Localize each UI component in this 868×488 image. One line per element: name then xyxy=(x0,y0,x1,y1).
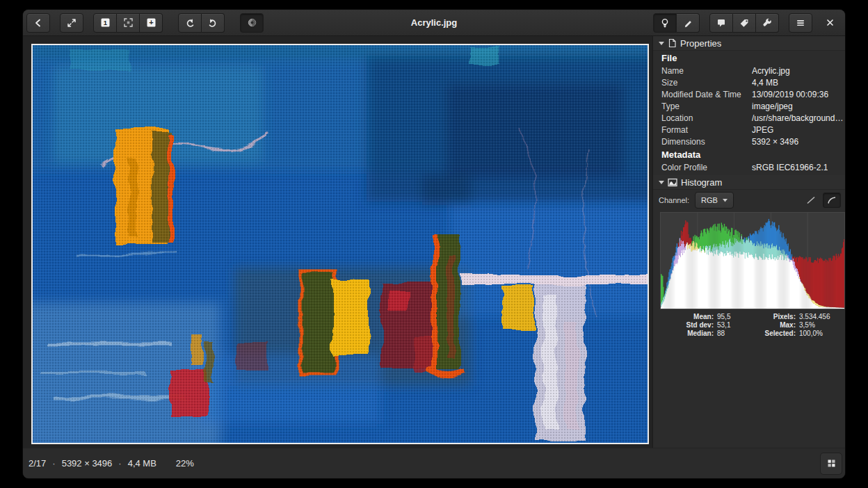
file-section-heading: File xyxy=(653,51,845,65)
close-button[interactable] xyxy=(818,13,842,33)
stat-value-stddev: 53,1 xyxy=(717,321,757,330)
contrast-circle-icon xyxy=(247,17,257,28)
channel-label: Channel: xyxy=(659,196,689,204)
zoom-in-button[interactable]: + xyxy=(140,13,163,33)
zoom-fit-button[interactable] xyxy=(117,13,140,33)
stat-value-median: 88 xyxy=(717,330,757,338)
logarithmic-scale-icon xyxy=(827,195,837,205)
annotate-group xyxy=(709,13,779,33)
tag-icon xyxy=(739,18,749,28)
stat-value-max: 3,5% xyxy=(799,321,845,330)
status-file-size: 4,4 MB xyxy=(128,458,156,469)
property-row-type: Type image/jpeg xyxy=(653,100,845,112)
property-label: Dimensions xyxy=(661,137,752,147)
menu-button[interactable] xyxy=(789,13,812,33)
statusbar: 2/17 · 5392 × 3496 · 4,4 MB 22% xyxy=(23,448,845,478)
channel-row: Channel: RGB xyxy=(653,190,845,211)
histogram-scale-buttons xyxy=(802,193,841,208)
image-viewer[interactable] xyxy=(23,36,652,448)
browser-grid-button[interactable] xyxy=(820,453,842,475)
grid-icon xyxy=(826,458,837,469)
histogram-panel-header[interactable]: Histogram xyxy=(653,175,845,190)
stat-label-pixels: Pixels: xyxy=(757,313,799,321)
status-dimensions: 5392 × 3496 xyxy=(62,458,113,469)
property-row-dimensions: Dimensions 5392 × 3496 xyxy=(653,136,845,147)
acrylic-painting xyxy=(33,45,648,443)
lightbulb-icon xyxy=(660,18,670,28)
back-icon xyxy=(33,18,43,28)
logarithmic-scale-button[interactable] xyxy=(823,193,841,208)
zoom-fit-icon xyxy=(123,17,134,28)
histogram-chart[interactable] xyxy=(660,212,845,309)
property-label: Modified Date & Time xyxy=(661,90,752,99)
chevron-down-icon xyxy=(723,199,728,202)
status-separator: · xyxy=(52,458,55,469)
histogram-stats: Mean: 95,5 Pixels: 3.534.456 Std dev: 53… xyxy=(653,313,845,338)
channel-dropdown-value: RGB xyxy=(701,196,718,204)
document-icon xyxy=(668,38,677,48)
property-row-modified: Modified Date & Time 13/09/2019 00:09:36 xyxy=(653,88,845,100)
property-label: Name xyxy=(661,66,752,76)
stat-label-median: Median: xyxy=(653,330,717,338)
edit-button[interactable] xyxy=(677,13,700,33)
expander-triangle-icon xyxy=(659,180,664,184)
displayed-image xyxy=(31,44,649,444)
property-row-color-profile: Color Profile sRGB IEC61966-2.1 xyxy=(653,161,845,173)
fullscreen-icon xyxy=(67,18,77,28)
property-value: 4,4 MB xyxy=(752,78,778,88)
brush-icon xyxy=(683,18,693,28)
property-label: Color Profile xyxy=(661,163,752,172)
tools-button[interactable] xyxy=(756,13,779,33)
main-area: Properties File Name Acrylic.jpg Size 4,… xyxy=(23,36,845,448)
app-window: 1 + Acry xyxy=(23,10,845,478)
stat-label-selected: Selected: xyxy=(757,330,799,338)
stat-value-mean: 95,5 xyxy=(717,313,757,321)
svg-text:+: + xyxy=(149,18,153,26)
property-value: Acrylic.jpg xyxy=(752,66,790,76)
toolbar-right xyxy=(653,13,842,33)
histogram-panel-title: Histogram xyxy=(681,177,722,188)
tags-button[interactable] xyxy=(733,13,756,33)
zoom-in-icon: + xyxy=(146,17,156,28)
zoom-original-button[interactable]: 1 xyxy=(93,13,117,33)
property-row-location: Location /usr/share/background… xyxy=(653,112,845,124)
back-button[interactable] xyxy=(26,13,50,33)
metadata-section-heading: Metadata xyxy=(653,147,845,161)
property-value: 13/09/2019 00:09:36 xyxy=(752,90,828,99)
status-zoom-level: 22% xyxy=(176,458,194,469)
channel-dropdown[interactable]: RGB xyxy=(695,192,734,209)
properties-panel-header[interactable]: Properties xyxy=(653,36,845,51)
fullscreen-button[interactable] xyxy=(60,13,83,33)
linear-scale-icon xyxy=(806,195,816,205)
view-edit-group xyxy=(653,13,700,33)
headerbar: 1 + Acry xyxy=(23,10,845,36)
sidebar: Properties File Name Acrylic.jpg Size 4,… xyxy=(652,36,845,448)
rotate-left-icon xyxy=(185,18,195,28)
stat-value-pixels: 3.534.456 xyxy=(799,313,845,321)
stat-label-stddev: Std dev: xyxy=(653,321,717,330)
properties-toggle-button[interactable] xyxy=(653,13,677,33)
property-value: sRGB IEC61966-2.1 xyxy=(752,163,828,172)
stat-value-selected: 100,0% xyxy=(799,330,845,338)
comment-button[interactable] xyxy=(709,13,733,33)
hamburger-menu-icon xyxy=(796,18,805,28)
property-value: 5392 × 3496 xyxy=(752,137,798,147)
property-label: Size xyxy=(661,78,752,88)
properties-panel-title: Properties xyxy=(680,38,721,49)
property-label: Location xyxy=(661,113,752,123)
toolbar-left: 1 + xyxy=(26,13,264,33)
comment-icon xyxy=(716,18,726,28)
rotate-right-button[interactable] xyxy=(202,13,225,33)
expander-triangle-icon xyxy=(659,41,664,45)
zoom-group: 1 + xyxy=(93,13,163,33)
property-row-size: Size 4,4 MB xyxy=(653,76,845,88)
transparency-toggle-button[interactable] xyxy=(240,13,264,33)
wrench-icon xyxy=(762,18,772,28)
property-value: /usr/share/background… xyxy=(752,113,843,123)
property-label: Format xyxy=(661,125,752,135)
property-row-format: Format JPEG xyxy=(653,124,845,136)
linear-scale-button[interactable] xyxy=(802,193,820,208)
rotate-right-icon xyxy=(208,18,218,28)
rotate-left-button[interactable] xyxy=(178,13,202,33)
property-label: Type xyxy=(661,101,752,111)
